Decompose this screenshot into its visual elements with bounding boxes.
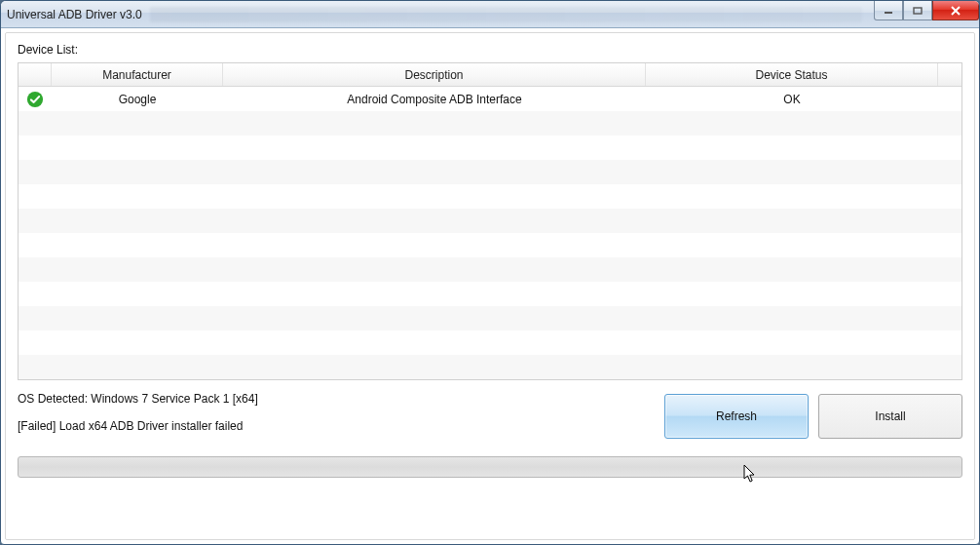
table-row [19,111,961,136]
window-title: Universal ADB Driver v3.0 [7,8,142,21]
table-row[interactable]: Google Android Composite ADB Interface O… [19,87,961,111]
table-row [19,306,961,331]
minimize-button[interactable] [874,1,903,20]
column-header-description[interactable]: Description [223,63,646,86]
row-status-icon-cell [19,87,52,111]
grid-header: Manufacturer Description Device Status [19,63,961,87]
client-area: Device List: Manufacturer Description De… [5,32,975,540]
table-row [19,233,961,257]
grid-body: Google Android Composite ADB Interface O… [19,87,961,379]
table-row [19,257,961,282]
bottom-area: OS Detected: Windows 7 Service Pack 1 [x… [18,392,962,447]
app-window: Universal ADB Driver v3.0 Device List: M… [0,0,980,545]
titlebar[interactable]: Universal ADB Driver v3.0 [1,1,979,28]
table-row [19,355,961,379]
status-message-text: [Failed] Load x64 ADB Driver installer f… [18,419,664,433]
table-row [19,184,961,209]
table-row [19,209,961,233]
device-list-label: Device List: [18,43,962,57]
table-row [19,136,961,160]
column-header-icon[interactable] [19,63,52,86]
device-grid: Manufacturer Description Device Status G… [18,62,962,380]
titlebar-background-blur [150,7,862,22]
column-header-spacer [938,63,961,86]
os-detected-text: OS Detected: Windows 7 Service Pack 1 [x… [18,392,664,406]
install-button[interactable]: Install [818,394,962,439]
button-row: Refresh Install [664,394,962,439]
window-controls [874,1,979,20]
status-text-area: OS Detected: Windows 7 Service Pack 1 [x… [18,392,664,447]
cell-manufacturer: Google [52,87,223,111]
progress-bar [18,456,962,478]
refresh-button[interactable]: Refresh [664,394,809,439]
column-header-manufacturer[interactable]: Manufacturer [52,63,223,86]
close-button[interactable] [932,1,979,20]
column-header-status[interactable]: Device Status [646,63,938,86]
table-row [19,160,961,184]
cell-description: Android Composite ADB Interface [223,87,646,111]
maximize-button[interactable] [903,1,932,20]
svg-rect-0 [885,12,892,14]
check-circle-icon [26,91,44,108]
cell-spacer [938,87,961,111]
table-row [19,282,961,306]
table-row [19,331,961,355]
cell-status: OK [646,87,938,111]
svg-rect-1 [914,8,922,14]
